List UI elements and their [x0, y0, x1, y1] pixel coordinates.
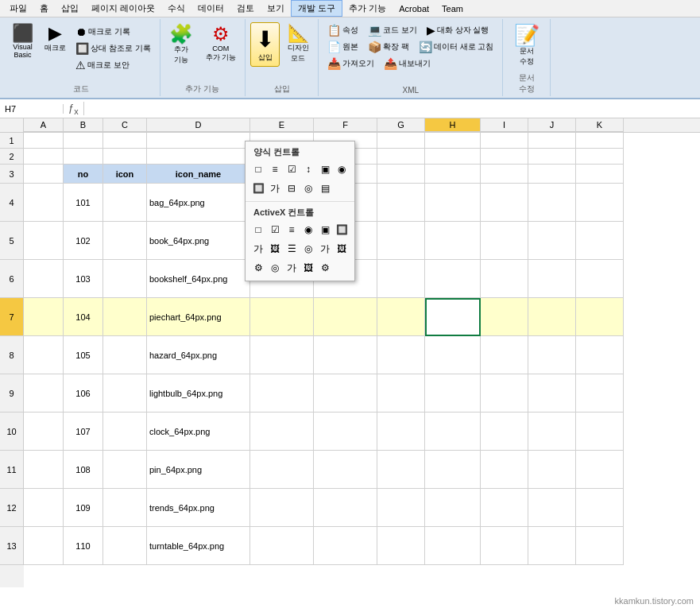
row-num-8[interactable]: 8: [0, 336, 24, 374]
cell-f12[interactable]: [314, 489, 377, 527]
activex-btn-1[interactable]: □: [250, 222, 266, 238]
export-button[interactable]: 📤 내보내기: [380, 56, 435, 72]
cell-i2[interactable]: [481, 149, 528, 165]
cell-h7[interactable]: [425, 298, 481, 336]
cell-c2[interactable]: [103, 149, 147, 165]
cell-b10[interactable]: 107: [64, 413, 103, 451]
cell-e13[interactable]: [250, 527, 314, 565]
form-btn-11[interactable]: ▤: [317, 180, 333, 196]
activex-btn-15[interactable]: 가: [284, 260, 300, 276]
cell-d7[interactable]: piechart_64px.png: [147, 298, 250, 336]
cell-j13[interactable]: [528, 527, 576, 565]
activex-btn-7[interactable]: 가: [250, 241, 266, 257]
form-btn-6[interactable]: ◉: [334, 161, 350, 177]
form-btn-2[interactable]: ≡: [267, 161, 283, 177]
menu-review[interactable]: 검토: [230, 1, 261, 16]
function-wizard-icon[interactable]: ƒx: [64, 102, 84, 116]
cell-b1[interactable]: [64, 133, 103, 149]
cell-d12[interactable]: trends_64px.png: [147, 489, 250, 527]
cell-k1[interactable]: [576, 133, 624, 149]
menu-insert[interactable]: 삽입: [55, 1, 85, 16]
cell-i8[interactable]: [481, 336, 528, 374]
cell-c9[interactable]: [103, 374, 147, 413]
activex-btn-16[interactable]: 🖼: [300, 260, 316, 276]
cell-g5[interactable]: [377, 222, 425, 260]
cell-j11[interactable]: [528, 451, 576, 489]
cell-j2[interactable]: [528, 149, 576, 165]
cell-g4[interactable]: [377, 184, 425, 222]
cell-b3[interactable]: no: [64, 165, 103, 184]
dialog-run-button[interactable]: ▶ 대화 상자 실행: [423, 22, 493, 38]
row-num-9[interactable]: 9: [0, 374, 24, 413]
cell-f11[interactable]: [314, 451, 377, 489]
col-header-f[interactable]: F: [314, 118, 377, 132]
col-header-d[interactable]: D: [147, 118, 250, 132]
row-num-4[interactable]: 4: [0, 184, 24, 222]
cell-k9[interactable]: [576, 374, 624, 413]
cell-g9[interactable]: [377, 374, 425, 413]
form-btn-10[interactable]: ◎: [300, 180, 316, 196]
col-header-c[interactable]: C: [103, 118, 147, 132]
cell-h5[interactable]: [425, 222, 481, 260]
cell-i10[interactable]: [481, 413, 528, 451]
menu-formula[interactable]: 수식: [161, 1, 191, 16]
cell-b9[interactable]: 106: [64, 374, 103, 413]
cell-j4[interactable]: [528, 184, 576, 222]
cell-j10[interactable]: [528, 413, 576, 451]
cell-e9[interactable]: [250, 374, 314, 413]
cell-k5[interactable]: [576, 222, 624, 260]
form-btn-4[interactable]: ↕: [300, 161, 316, 177]
cell-i12[interactable]: [481, 489, 528, 527]
cell-j6[interactable]: [528, 260, 576, 298]
design-mode-button[interactable]: 📐 디자인모드: [283, 22, 313, 66]
menu-data[interactable]: 데이터: [191, 1, 230, 16]
cell-d11[interactable]: pin_64px.png: [147, 451, 250, 489]
row-num-2[interactable]: 2: [0, 149, 24, 165]
cell-d9[interactable]: lightbulb_64px.png: [147, 374, 250, 413]
menu-view[interactable]: 보기: [261, 1, 291, 16]
col-header-g[interactable]: G: [377, 118, 425, 132]
form-btn-7[interactable]: 🔲: [250, 180, 266, 196]
cell-b13[interactable]: 110: [64, 527, 103, 565]
cell-f9[interactable]: [314, 374, 377, 413]
form-btn-1[interactable]: □: [250, 161, 266, 177]
col-header-k[interactable]: K: [576, 118, 624, 132]
cell-h10[interactable]: [425, 413, 481, 451]
cell-f10[interactable]: [314, 413, 377, 451]
cell-k11[interactable]: [576, 451, 624, 489]
cell-h12[interactable]: [425, 489, 481, 527]
cell-d5[interactable]: book_64px.png: [147, 222, 250, 260]
cell-k4[interactable]: [576, 184, 624, 222]
cell-f8[interactable]: [314, 336, 377, 374]
menu-addins[interactable]: 추가 기능: [342, 1, 393, 16]
activex-btn-6[interactable]: 🔲: [334, 222, 350, 238]
record-macro-button[interactable]: ⏺ 매크로 기록: [72, 24, 155, 40]
activex-btn-2[interactable]: ☑: [267, 222, 283, 238]
cell-a3[interactable]: [24, 165, 64, 184]
cell-i13[interactable]: [481, 527, 528, 565]
activex-btn-5[interactable]: ▣: [317, 222, 333, 238]
col-header-j[interactable]: J: [528, 118, 576, 132]
cell-b6[interactable]: 103: [64, 260, 103, 298]
macro-button[interactable]: ▶ 매크로: [41, 22, 70, 61]
cell-a10[interactable]: [24, 413, 64, 451]
macro-security-button[interactable]: ⚠ 매크로 보안: [72, 57, 155, 73]
activex-btn-12[interactable]: 🖼: [334, 241, 350, 257]
cell-j8[interactable]: [528, 336, 576, 374]
row-num-12[interactable]: 12: [0, 489, 24, 527]
activex-btn-14[interactable]: ◎: [267, 260, 283, 276]
cell-j12[interactable]: [528, 489, 576, 527]
activex-btn-3[interactable]: ≡: [284, 222, 300, 238]
menu-team[interactable]: Team: [435, 2, 470, 15]
cell-a8[interactable]: [24, 336, 64, 374]
row-num-10[interactable]: 10: [0, 413, 24, 451]
cell-d3[interactable]: icon_name: [147, 165, 250, 184]
cell-b7[interactable]: 104: [64, 298, 103, 336]
col-header-a[interactable]: A: [24, 118, 64, 132]
menu-home[interactable]: 홈: [33, 1, 55, 16]
com-button[interactable]: ⚙ COM추가 기능: [202, 22, 241, 65]
cell-k6[interactable]: [576, 260, 624, 298]
cell-d4[interactable]: bag_64px.png: [147, 184, 250, 222]
cell-g12[interactable]: [377, 489, 425, 527]
activex-btn-10[interactable]: ◎: [300, 241, 316, 257]
